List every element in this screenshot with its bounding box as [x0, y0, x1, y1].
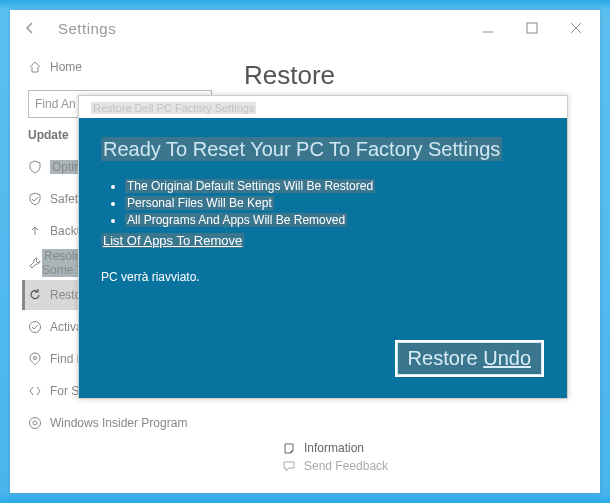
dialog-bullet: Personal Files Will Be Kept: [125, 196, 545, 210]
dialog-bullet: The Original Default Settings Will Be Re…: [125, 179, 545, 193]
svg-point-4: [30, 322, 41, 333]
svg-point-7: [33, 421, 37, 425]
shield-icon: [28, 160, 50, 174]
info-label: Information: [304, 441, 364, 455]
sidebar-item-label: Windows Insider Program: [50, 416, 187, 430]
feedback-label: Send Feedback: [304, 459, 388, 473]
location-icon: [28, 352, 50, 366]
feedback-icon: [282, 459, 296, 473]
dialog-link[interactable]: List Of Apps To Remove: [101, 233, 545, 248]
info-icon: [282, 441, 296, 455]
titlebar: Settings: [10, 10, 600, 46]
check-circle-icon: [28, 320, 50, 334]
insider-icon: [28, 416, 50, 430]
page-title: Restore: [244, 60, 576, 91]
feedback-link[interactable]: Send Feedback: [282, 459, 388, 473]
svg-point-6: [30, 418, 41, 429]
wrench-icon: [28, 256, 42, 270]
reset-dialog: Restore Dell PC Factory Settings Ready T…: [78, 95, 568, 399]
shield-check-icon: [28, 192, 50, 206]
dialog-bullet: All Programs And Apps Will Be Removed: [125, 213, 545, 227]
svg-point-5: [34, 357, 37, 360]
window-title: Settings: [58, 20, 472, 37]
refresh-icon: [28, 288, 50, 302]
arrow-up-icon: [28, 224, 50, 238]
back-button[interactable]: [18, 16, 42, 40]
close-button[interactable]: [560, 16, 592, 40]
svg-rect-1: [527, 23, 537, 33]
dialog-bullet-list: The Original Default Settings Will Be Re…: [111, 179, 545, 227]
code-icon: [28, 384, 50, 398]
minimize-button[interactable]: [472, 16, 504, 40]
info-link[interactable]: Information: [282, 441, 388, 455]
dialog-title: Ready To Reset Your PC To Factory Settin…: [101, 138, 545, 161]
sidebar-item-insider[interactable]: Windows Insider Program: [28, 408, 212, 438]
maximize-button[interactable]: [516, 16, 548, 40]
footer-links: Information Send Feedback: [282, 437, 388, 473]
sidebar-home[interactable]: Home: [28, 52, 212, 82]
dialog-frame-title: Restore Dell PC Factory Settings: [79, 96, 567, 118]
sidebar-item-label: Home: [50, 60, 82, 74]
restore-button[interactable]: Restore Undo: [396, 341, 543, 376]
dialog-note: PC verrà riavviato.: [101, 270, 545, 284]
home-icon: [28, 60, 50, 74]
